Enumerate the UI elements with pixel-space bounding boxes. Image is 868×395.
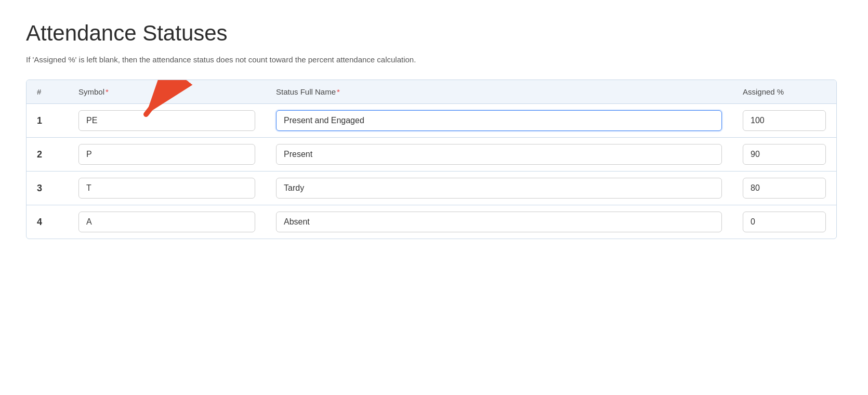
table-row: 2 [27,138,836,172]
fullname-required-indicator: * [337,87,340,96]
row-num-2: 2 [27,138,68,172]
row-assigned-1 [732,104,836,138]
row-num-1: 1 [27,104,68,138]
fullname-input-4[interactable] [276,212,722,232]
col-header-fullname: Status Full Name* [266,80,732,104]
row-num-4: 4 [27,205,68,239]
fullname-input-3[interactable] [276,178,722,199]
row-fullname-3 [266,172,732,205]
assigned-input-1[interactable] [743,110,826,131]
row-fullname-4 [266,205,732,239]
col-header-assigned: Assigned % [732,80,836,104]
row-symbol-4 [68,205,266,239]
symbol-input-1[interactable] [78,110,255,131]
row-assigned-3 [732,172,836,205]
page-title: Attendance Statuses [26,21,842,46]
col-header-symbol: Symbol* [68,80,266,104]
row-fullname-1 [266,104,732,138]
symbol-input-3[interactable] [78,178,255,199]
row-symbol-1 [68,104,266,138]
table-row: 3 [27,172,836,205]
row-symbol-3 [68,172,266,205]
table-row: 4 [27,205,836,239]
symbol-input-2[interactable] [78,144,255,165]
attendance-table: # Symbol* Status Full Name* Assigned % 1… [27,80,836,239]
fullname-input-2[interactable] [276,144,722,165]
row-assigned-2 [732,138,836,172]
assigned-input-2[interactable] [743,144,826,165]
table-row: 1 [27,104,836,138]
attendance-table-container: # Symbol* Status Full Name* Assigned % 1… [26,80,837,239]
row-assigned-4 [732,205,836,239]
symbol-input-4[interactable] [78,212,255,232]
col-header-num: # [27,80,68,104]
table-header-row: # Symbol* Status Full Name* Assigned % [27,80,836,104]
assigned-input-3[interactable] [743,178,826,199]
page-subtitle: If 'Assigned %' is left blank, then the … [26,55,842,64]
row-num-3: 3 [27,172,68,205]
row-symbol-2 [68,138,266,172]
row-fullname-2 [266,138,732,172]
assigned-input-4[interactable] [743,212,826,232]
fullname-input-1[interactable] [276,110,722,131]
symbol-required-indicator: * [106,87,109,96]
